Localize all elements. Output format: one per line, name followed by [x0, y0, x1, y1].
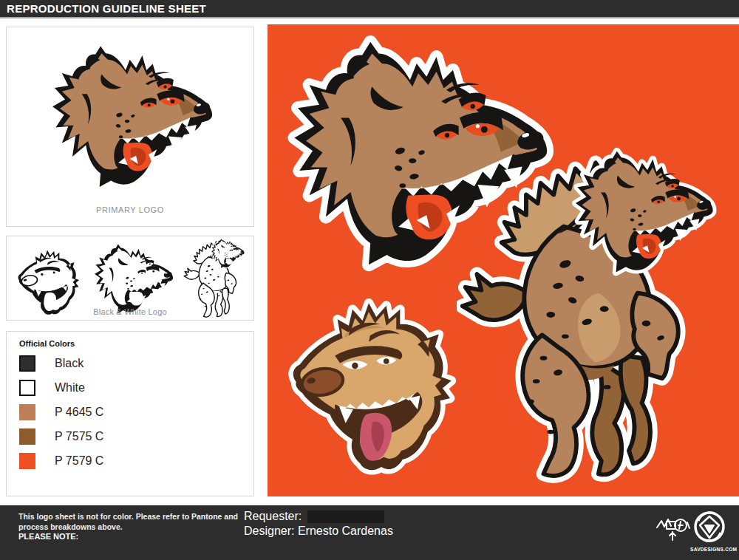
footer-note: This logo sheet is not for color. Please…: [18, 512, 244, 532]
primary-logo-caption: PRIMARY LOGO: [7, 205, 253, 214]
swatch-row: Black: [19, 355, 103, 372]
official-colors-box: Official Colors Black White P 4645 C P 7…: [6, 331, 254, 496]
requester-line: Requester:: [244, 509, 393, 524]
hyena-head-logo: [42, 38, 219, 194]
swatch-row: P 7579 C: [19, 453, 103, 469]
swatch-list: Black White P 4645 C P 7575 C P 7579 C: [19, 355, 103, 477]
graffiti-tag-logo: [655, 516, 692, 545]
color-swatch-p7575c: [19, 428, 35, 445]
primary-logo-box: PRIMARY LOGO: [6, 27, 254, 227]
requester-redaction: [307, 511, 384, 523]
reproduction-guideline-sheet: REPRODUCTION GUIDELINE SHEET PRIMARY LOG…: [0, 0, 739, 560]
swatch-label: P 7575 C: [55, 430, 103, 443]
hyena-head-bw-art: [89, 240, 177, 317]
art-panel: [268, 24, 739, 496]
footer-bar: This logo sheet is not for color. Please…: [0, 505, 739, 560]
requester-label: Requester:: [244, 510, 302, 522]
sheet-title: REPRODUCTION GUIDELINE SHEET: [0, 0, 739, 18]
hyena-alt-head-bw-art: [11, 239, 84, 317]
color-swatch-p7579c: [19, 453, 35, 469]
color-swatch-white: [19, 380, 35, 396]
swatch-label: P 7579 C: [55, 454, 103, 468]
designer-credit: Designer: Ernesto Cardenas: [244, 524, 393, 539]
official-colors-title: Official Colors: [19, 339, 75, 348]
header-bar: REPRODUCTION GUIDELINE SHEET: [0, 0, 739, 18]
hyena-full-body-art: [457, 141, 732, 488]
credits-block: Requester: Designer: Ernesto Cardenas: [244, 509, 393, 539]
hyena-alt-head-art: [275, 276, 463, 476]
swatch-label: White: [55, 381, 85, 395]
sav-emblem-icon: [692, 510, 726, 544]
bw-logo-caption: Black & White Logo: [7, 307, 253, 316]
please-note-label: PLEASE NOTE:: [18, 532, 78, 541]
swatch-row: White: [19, 380, 103, 396]
savdesigns-url: SAVDESIGNS.COM: [690, 547, 729, 552]
swatch-row: P 4645 C: [19, 404, 103, 420]
color-swatch-black: [19, 355, 35, 372]
swatch-label: P 4645 C: [55, 406, 103, 419]
color-swatch-p4645c: [19, 404, 35, 420]
bw-logo-box: Black & White Logo: [6, 236, 254, 321]
sav-emblem-logo: SAVDESIGNS.COM: [690, 510, 729, 552]
swatch-label: Black: [55, 357, 84, 370]
swatch-row: P 7575 C: [19, 428, 103, 445]
